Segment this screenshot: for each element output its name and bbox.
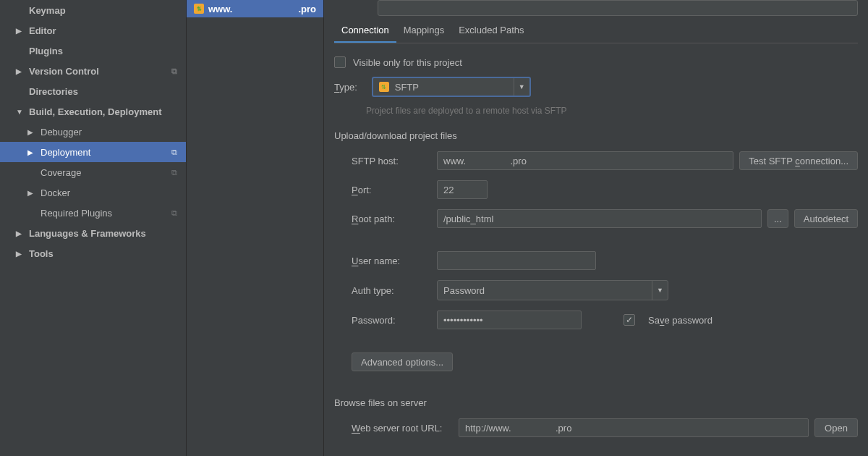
sidebar-label: Plugins [29, 46, 63, 56]
sidebar-item-editor[interactable]: ▶Editor [0, 20, 186, 41]
chevron-right-icon: ▶ [27, 128, 36, 136]
root-path-input[interactable]: /public_html [437, 209, 762, 228]
sidebar-item-keymap[interactable]: ▶Keymap [0, 0, 186, 20]
sidebar-item-debugger[interactable]: ▶Debugger [0, 122, 186, 142]
port-input[interactable]: 22 [437, 180, 488, 199]
password-label: Password: [352, 315, 431, 326]
sftp-host-input[interactable]: www. .pro [437, 151, 733, 170]
sidebar-item-docker[interactable]: ▶Docker [0, 182, 186, 203]
sftp-host-row: SFTP host: www. .pro Test SFTP connectio… [352, 151, 858, 170]
web-root-row: Web server root URL: http://www. .pro Op… [352, 418, 858, 437]
project-scope-icon: ⧉ [171, 67, 177, 76]
open-button[interactable]: Open [814, 418, 858, 437]
chevron-right-icon: ▶ [16, 250, 25, 258]
sidebar-label: Directories [29, 86, 78, 97]
save-password-label: Save password [648, 315, 712, 326]
sidebar-item-languages-frameworks[interactable]: ▶Languages & Frameworks [0, 223, 186, 243]
password-row: Password: •••••••••••• Save password [352, 311, 858, 329]
save-password-row: Save password [624, 314, 712, 326]
web-root-input[interactable]: http://www. .pro [459, 418, 809, 437]
sidebar-label: Deployment [41, 147, 90, 158]
tab-excluded-paths[interactable]: Excluded Paths [451, 20, 531, 43]
test-sftp-connection-button[interactable]: Test SFTP connection... [739, 151, 858, 170]
auth-type-row: Auth type: Password ▼ [352, 280, 858, 300]
project-scope-icon: ⧉ [171, 168, 177, 177]
sidebar-item-tools[interactable]: ▶Tools [0, 243, 186, 263]
project-scope-icon: ⧉ [171, 208, 177, 218]
auth-type-select[interactable]: Password ▼ [437, 280, 668, 300]
deployment-server-list: ⇅ www. .pro [187, 0, 324, 456]
sftp-server-icon: ⇅ [194, 4, 204, 14]
chevron-right-icon: ▶ [16, 229, 25, 237]
sidebar-label: Keymap [29, 5, 66, 16]
server-name-input[interactable] [378, 0, 858, 16]
server-name-prefix: www. [208, 4, 232, 14]
sidebar-label: Debugger [41, 127, 82, 138]
port-label: Port: [352, 185, 431, 195]
chevron-right-icon: ▶ [27, 189, 36, 197]
type-value: SFTP [395, 82, 419, 93]
tab-connection[interactable]: Connection [334, 20, 396, 43]
sidebar-label: Coverage [41, 167, 81, 178]
password-input[interactable]: •••••••••••• [437, 311, 582, 329]
web-root-label: Web server root URL: [352, 423, 453, 434]
sidebar-item-build-execution-deployment[interactable]: ▼Build, Execution, Deployment [0, 101, 186, 122]
chevron-right-icon: ▶ [16, 27, 25, 35]
tab-mappings[interactable]: Mappings [396, 20, 451, 43]
visible-only-row: Visible only for this project [334, 56, 858, 68]
sftp-host-label: SFTP host: [352, 156, 431, 166]
type-select[interactable]: ⇅ SFTP ▼ [372, 77, 531, 97]
sidebar-item-version-control[interactable]: ▶Version Control⧉ [0, 61, 186, 81]
sidebar-item-directories[interactable]: ▶Directories [0, 81, 186, 101]
visible-only-checkbox[interactable] [334, 56, 346, 68]
visible-only-label: Visible only for this project [353, 57, 462, 68]
chevron-down-icon: ▼ [652, 281, 668, 300]
port-row: Port: 22 [352, 180, 858, 199]
sidebar-item-plugins[interactable]: ▶Plugins [0, 41, 186, 61]
sidebar-item-deployment[interactable]: ▶Deployment⧉ [0, 142, 186, 162]
type-label: Type: [334, 82, 357, 93]
sidebar-label: Editor [29, 25, 56, 36]
sidebar-label: Version Control [29, 66, 99, 77]
project-scope-icon: ⧉ [171, 148, 177, 157]
settings-sidebar: ▶Keymap ▶Editor ▶Plugins ▶Version Contro… [0, 0, 187, 456]
browse-root-path-button[interactable]: ... [767, 209, 788, 228]
sidebar-item-required-plugins[interactable]: ▶Required Plugins⧉ [0, 203, 186, 223]
server-name-suffix: .pro [298, 4, 316, 14]
sidebar-label: Docker [41, 187, 70, 198]
upload-section-title: Upload/download project files [334, 130, 858, 141]
username-input[interactable] [437, 251, 596, 270]
advanced-options-button[interactable]: Advanced options... [352, 352, 453, 371]
sidebar-label: Tools [29, 248, 54, 259]
autodetect-button[interactable]: Autodetect [794, 209, 858, 228]
sidebar-label: Build, Execution, Deployment [29, 106, 161, 117]
root-path-row: Root path: /public_html ... Autodetect [352, 209, 858, 228]
sidebar-label: Required Plugins [41, 208, 112, 219]
chevron-down-icon: ▼ [514, 78, 529, 96]
auth-type-label: Auth type: [352, 285, 431, 296]
type-row: Type: ⇅ SFTP ▼ [334, 77, 858, 97]
sftp-icon: ⇅ [379, 82, 389, 92]
browse-section-title: Browse files on server [334, 397, 858, 408]
username-row: User name: [352, 251, 858, 270]
chevron-right-icon: ▶ [27, 148, 36, 156]
config-tabs: Connection Mappings Excluded Paths [334, 20, 858, 43]
save-password-checkbox[interactable] [624, 314, 635, 326]
deployment-config-panel: Connection Mappings Excluded Paths Visib… [324, 0, 868, 456]
server-list-item[interactable]: ⇅ www. .pro [187, 0, 323, 17]
sidebar-item-coverage[interactable]: ▶Coverage⧉ [0, 162, 186, 182]
chevron-down-icon: ▼ [16, 108, 25, 116]
sidebar-label: Languages & Frameworks [29, 228, 146, 239]
chevron-right-icon: ▶ [16, 67, 25, 75]
username-label: User name: [352, 256, 431, 266]
root-path-label: Root path: [352, 214, 431, 224]
type-helper-text: Project files are deployed to a remote h… [366, 106, 858, 116]
